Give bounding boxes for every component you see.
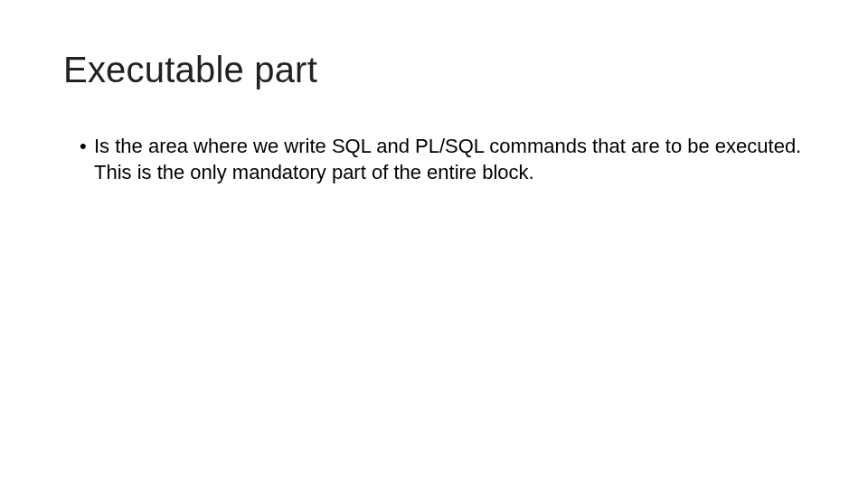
bullet-item: Is the area where we write SQL and PL/SQ… bbox=[80, 134, 805, 185]
bullet-list: Is the area where we write SQL and PL/SQ… bbox=[63, 134, 805, 185]
slide-title: Executable part bbox=[63, 50, 805, 90]
